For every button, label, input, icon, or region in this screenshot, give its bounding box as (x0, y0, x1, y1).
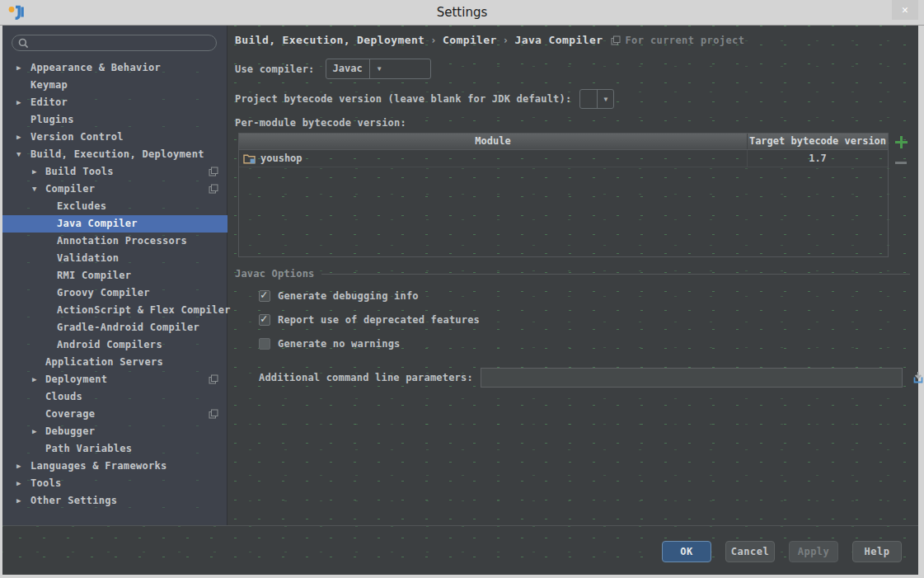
sidebar-item-other-settings[interactable]: Other Settings (2, 492, 227, 510)
section-divider (321, 274, 910, 275)
sidebar-item-path-variables[interactable]: Path Variables (2, 440, 227, 458)
close-button[interactable]: ✕ (892, 0, 918, 20)
sidebar-item-excludes[interactable]: Excludes (2, 198, 227, 215)
chevron-down-icon[interactable] (597, 90, 613, 108)
shared-settings-icon (611, 35, 621, 45)
settings-tree: Appearance & Behavior Keymap Editor Plug… (2, 59, 227, 510)
sidebar-item-groovy-compiler[interactable]: Groovy Compiler (2, 284, 227, 302)
generate-debugging-info-option: Generate debugging info (259, 289, 480, 302)
scope-note: For current project (611, 35, 744, 46)
sidebar-item-build-tools[interactable]: Build Tools (2, 163, 227, 181)
javac-options-section-header: Javac Options (235, 268, 910, 280)
dialog-buttons: OK Cancel Apply Help (662, 541, 902, 562)
shared-settings-icon (209, 409, 218, 419)
command-line-params-row: Additional command line parameters: (259, 368, 924, 388)
checkbox-label: Generate debugging info (278, 290, 419, 302)
search-icon (18, 38, 29, 49)
table-header: Module Target bytecode version (239, 134, 888, 150)
footer-divider (2, 525, 918, 526)
column-header-module[interactable]: Module (239, 134, 747, 149)
remove-module-button[interactable] (895, 162, 907, 164)
table-toolbar (892, 135, 910, 164)
table-row[interactable]: youshop 1.7 (239, 150, 888, 167)
javac-options-list: Generate debugging info Report use of de… (259, 289, 480, 350)
sidebar-item-debugger[interactable]: Debugger (2, 423, 227, 440)
project-bytecode-row: Project bytecode version (leave blank fo… (235, 89, 614, 109)
generate-debugging-info-checkbox[interactable] (259, 290, 270, 302)
sidebar-item-keymap[interactable]: Keymap (2, 77, 227, 94)
report-deprecated-features-checkbox[interactable] (259, 314, 270, 326)
sidebar-item-editor[interactable]: Editor (2, 94, 227, 111)
sidebar-item-application-servers[interactable]: Application Servers (2, 354, 227, 371)
params-label: Additional command line parameters: (259, 372, 473, 383)
sidebar-item-gradle-android-compiler[interactable]: Gradle-Android Compiler (2, 319, 227, 336)
shared-settings-icon (209, 184, 218, 194)
shared-settings-icon (209, 374, 218, 384)
target-version-cell[interactable]: 1.7 (747, 150, 888, 167)
sidebar-item-actionscript-flex-compiler[interactable]: ActionScript & Flex Compiler (2, 302, 227, 319)
sidebar-item-java-compiler[interactable]: Java Compiler (2, 215, 227, 233)
params-input[interactable] (481, 368, 903, 388)
per-module-table: Module Target bytecode version youshop 1… (238, 133, 889, 257)
breadcrumb-build-execution-deployment[interactable]: Build, Execution, Deployment (235, 34, 424, 46)
sidebar-item-languages-frameworks[interactable]: Languages & Frameworks (2, 458, 227, 475)
module-name: youshop (260, 153, 303, 164)
breadcrumb-java-compiler: Java Compiler (514, 34, 603, 46)
report-deprecated-features-option: Report use of deprecated features (259, 313, 480, 326)
settings-window: Settings ✕ Appearance & Behavior Keymap … (0, 0, 924, 578)
help-button[interactable]: Help (852, 541, 902, 562)
sidebar-item-compiler[interactable]: Compiler (2, 181, 227, 198)
apply-button[interactable]: Apply (789, 541, 838, 562)
sidebar-item-tools[interactable]: Tools (2, 475, 227, 492)
breadcrumb-separator: › (424, 35, 443, 46)
module-folder-icon (243, 153, 256, 164)
sidebar-item-deployment[interactable]: Deployment (2, 371, 227, 388)
settings-sidebar: Appearance & Behavior Keymap Editor Plug… (2, 26, 227, 525)
breadcrumb: Build, Execution, Deployment › Compiler … (235, 34, 744, 46)
add-module-button[interactable] (894, 135, 908, 149)
search-input[interactable] (33, 36, 216, 49)
sidebar-item-clouds[interactable]: Clouds (2, 388, 227, 406)
checkbox-label: Report use of deprecated features (278, 314, 480, 326)
project-bytecode-value (580, 90, 597, 108)
breadcrumb-separator: › (497, 35, 515, 46)
window-title: Settings (0, 0, 924, 26)
sidebar-item-version-control[interactable]: Version Control (2, 129, 227, 146)
project-bytecode-label: Project bytecode version (leave blank fo… (235, 93, 571, 105)
sidebar-item-plugins[interactable]: Plugins (2, 111, 227, 129)
java-compiler-panel: Build, Execution, Deployment › Compiler … (227, 26, 918, 525)
javac-options-title: Javac Options (235, 268, 315, 280)
chevron-down-icon[interactable] (369, 59, 389, 78)
sidebar-item-appearance-behavior[interactable]: Appearance & Behavior (2, 59, 227, 77)
sidebar-item-coverage[interactable]: Coverage (2, 406, 227, 423)
project-bytecode-select[interactable] (579, 89, 614, 109)
expand-field-icon (911, 370, 924, 385)
use-compiler-select[interactable]: Javac (326, 59, 431, 79)
generate-no-warnings-option: Generate no warnings (259, 337, 480, 350)
titlebar: Settings ✕ (0, 0, 924, 26)
search-box[interactable] (12, 35, 217, 51)
use-compiler-label: Use compiler: (235, 63, 315, 75)
use-compiler-value: Javac (326, 59, 369, 78)
sidebar-item-annotation-processors[interactable]: Annotation Processors (2, 233, 227, 250)
sidebar-item-rmi-compiler[interactable]: RMI Compiler (2, 267, 227, 284)
cancel-button[interactable]: Cancel (725, 541, 775, 562)
use-compiler-row: Use compiler: Javac (235, 59, 431, 79)
expand-field-button[interactable] (910, 369, 924, 388)
shared-settings-icon (209, 167, 218, 176)
sidebar-item-android-compilers[interactable]: Android Compilers (2, 336, 227, 354)
breadcrumb-compiler[interactable]: Compiler (443, 34, 497, 46)
column-header-target-bytecode-version[interactable]: Target bytecode version (747, 134, 888, 149)
sidebar-item-build-execution-deployment[interactable]: Build, Execution, Deployment (2, 146, 227, 163)
checkbox-label: Generate no warnings (278, 338, 401, 350)
generate-no-warnings-checkbox[interactable] (259, 338, 270, 350)
module-cell[interactable]: youshop (239, 150, 747, 167)
sidebar-item-validation[interactable]: Validation (2, 250, 227, 267)
per-module-label: Per-module bytecode version: (235, 117, 406, 129)
ok-button[interactable]: OK (662, 541, 711, 562)
dialog-content: Appearance & Behavior Keymap Editor Plug… (2, 26, 918, 575)
